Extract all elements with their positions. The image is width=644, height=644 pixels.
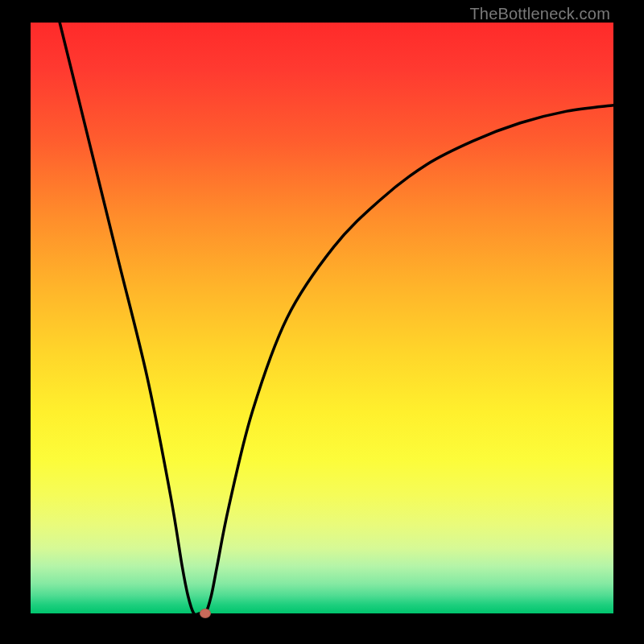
bottleneck-curve — [31, 23, 613, 613]
optimal-point-marker — [200, 609, 211, 618]
chart-frame: TheBottleneck.com — [0, 0, 644, 644]
curve-path — [60, 23, 613, 615]
attribution-text: TheBottleneck.com — [469, 5, 610, 23]
